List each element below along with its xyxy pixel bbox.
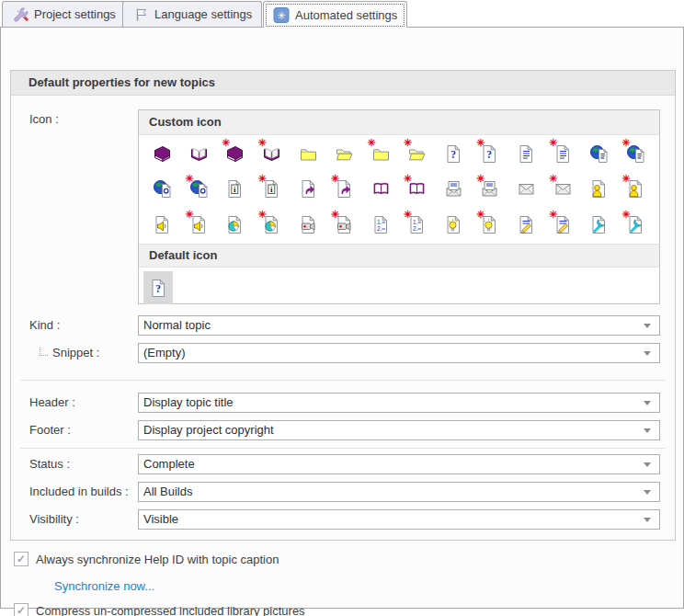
globe-doc-glyph: [626, 144, 645, 164]
chevron-down-icon: [644, 401, 651, 405]
page-shortcut-new-icon[interactable]: ✳: [329, 172, 360, 207]
page-text-glyph: [553, 144, 573, 164]
custom-icon-header: Custom icon: [139, 110, 659, 135]
page-info-new-icon[interactable]: i✳: [256, 172, 287, 207]
project-settings-icon: [12, 6, 28, 22]
book-open-icon[interactable]: [183, 136, 214, 171]
globe-doc-new-icon[interactable]: ✳: [620, 136, 651, 171]
header-label: Header :: [29, 395, 75, 409]
book-closed-glyph: [225, 144, 245, 164]
svg-text:2.: 2.: [377, 225, 382, 232]
book-page-new-icon[interactable]: ✳: [402, 172, 433, 207]
globe-doc-2-new-icon[interactable]: ✳: [183, 172, 214, 207]
folder-open-new-icon[interactable]: ✳: [402, 136, 433, 171]
page-info-icon[interactable]: i: [220, 172, 251, 207]
mail-open-icon[interactable]: [438, 172, 469, 207]
checkbox-check-icon: ✓: [14, 603, 28, 616]
folder-closed-new-icon[interactable]: ✳: [365, 136, 396, 171]
tab-project-settings[interactable]: Project settings: [2, 1, 126, 27]
sound-page-glyph: [153, 215, 172, 234]
language-settings-icon: [132, 6, 149, 22]
folder-closed-icon[interactable]: [292, 136, 324, 171]
footer-label: Footer :: [29, 423, 71, 437]
svg-text:?: ?: [450, 149, 456, 160]
tab-content-pane: Default properties for new topics Icon :…: [0, 27, 684, 609]
person-page-icon[interactable]: [584, 172, 615, 207]
folder-closed-glyph: [371, 144, 391, 164]
sound-page-icon[interactable]: [147, 208, 178, 243]
list-page-glyph: 1.2.: [407, 215, 427, 234]
globe-doc-2-icon[interactable]: [147, 172, 178, 207]
mail-open-new-icon[interactable]: ✳: [474, 172, 506, 207]
snippet-dropdown[interactable]: (Empty): [138, 343, 660, 363]
list-page-icon[interactable]: 1.2.: [365, 208, 396, 243]
synchronize-now-link[interactable]: Synchronize now...: [54, 579, 154, 593]
page-question-icon[interactable]: ?: [143, 271, 173, 304]
svg-text:?: ?: [487, 149, 493, 160]
book-closed-new-icon[interactable]: ✳: [220, 136, 251, 171]
edit-page-glyph: [553, 215, 573, 234]
edit-page-icon[interactable]: [510, 208, 542, 243]
folder-open-icon[interactable]: [329, 136, 360, 171]
bulb-page-glyph: [480, 215, 499, 234]
edit-page-new-icon[interactable]: ✳: [547, 208, 578, 243]
chart-page-new-icon[interactable]: ✳: [256, 208, 287, 243]
default-icon-row: ?: [139, 268, 659, 308]
list-page-new-icon[interactable]: 1.2.✳: [402, 208, 433, 243]
visibility-dropdown[interactable]: Visible: [138, 509, 660, 530]
chart-page-glyph: [225, 215, 245, 234]
chevron-down-icon: [644, 428, 651, 433]
person-page-glyph: [626, 179, 645, 199]
tab-automated-settings[interactable]: ✳Automated settings: [263, 1, 407, 28]
page-question-icon[interactable]: ?: [438, 136, 469, 171]
automated-settings-icon: ✳: [273, 7, 290, 23]
page-shortcut-glyph: [335, 179, 354, 199]
mail-open-glyph: [444, 179, 463, 199]
icon-field-label: Icon :: [29, 112, 59, 126]
visibility-label-text: Visibility :: [29, 512, 79, 526]
checkbox-label: Always synchronize Help ID with topic ca…: [36, 553, 279, 566]
section-divider: [20, 380, 666, 381]
book-page-icon[interactable]: [365, 172, 396, 207]
svg-text:2.: 2.: [413, 225, 418, 232]
footer-dropdown[interactable]: Display project copyright: [138, 420, 660, 440]
custom-icon-grid: ✳✳✳✳??✳✳✳✳ii✳✳✳✳✳✳✳✳✳1.2.1.2.✳✳✳✳: [139, 135, 659, 244]
page-shortcut-icon[interactable]: [292, 172, 324, 207]
camera-page-icon[interactable]: [292, 208, 324, 243]
camera-page-new-icon[interactable]: ✳: [329, 208, 360, 243]
status-label: Status :: [29, 457, 70, 471]
snippet-dropdown-value: (Empty): [143, 346, 186, 359]
list-page-glyph: 1.2.: [371, 215, 391, 234]
checkbox-label: Compress un-compressed included library …: [36, 604, 305, 616]
mail-closed-icon[interactable]: [510, 172, 542, 207]
book-open-new-icon[interactable]: ✳: [256, 136, 287, 171]
sound-page-new-icon[interactable]: ✳: [183, 208, 214, 243]
bulb-page-icon[interactable]: [438, 208, 469, 243]
status-dropdown[interactable]: Complete: [138, 454, 660, 474]
folder-open-glyph: [407, 144, 427, 164]
status-dropdown-value: Complete: [143, 457, 195, 471]
wrench-page-new-icon[interactable]: ✳: [620, 208, 651, 243]
visibility-dropdown-value: Visible: [143, 512, 178, 526]
globe-doc-icon[interactable]: [584, 136, 615, 171]
svg-text:✳: ✳: [277, 9, 286, 20]
page-text-new-icon[interactable]: ✳: [547, 136, 578, 171]
chart-page-icon[interactable]: [220, 208, 251, 243]
page-text-icon[interactable]: [510, 136, 542, 171]
compress-pictures-checkbox[interactable]: ✓ Compress un-compressed included librar…: [14, 603, 305, 616]
kind-dropdown[interactable]: Normal topic: [138, 315, 660, 336]
bulb-page-new-icon[interactable]: ✳: [474, 208, 506, 243]
book-page-glyph: [371, 179, 391, 199]
included-in-builds-dropdown[interactable]: All Builds: [138, 482, 660, 502]
chevron-down-icon: [644, 490, 651, 495]
book-closed-icon[interactable]: [147, 136, 178, 171]
person-page-new-icon[interactable]: ✳: [620, 172, 651, 207]
tab-language-settings[interactable]: Language settings: [122, 1, 262, 27]
wrench-page-icon[interactable]: [584, 208, 615, 243]
header-dropdown[interactable]: Display topic title: [138, 393, 660, 413]
sync-help-id-checkbox[interactable]: ✓ Always synchronize Help ID with topic …: [14, 552, 279, 566]
visibility-label: Visibility :: [29, 512, 79, 526]
mail-closed-new-icon[interactable]: ✳: [547, 172, 578, 207]
page-question-new-icon[interactable]: ?✳: [474, 136, 506, 171]
kind-label: Kind :: [29, 318, 60, 332]
